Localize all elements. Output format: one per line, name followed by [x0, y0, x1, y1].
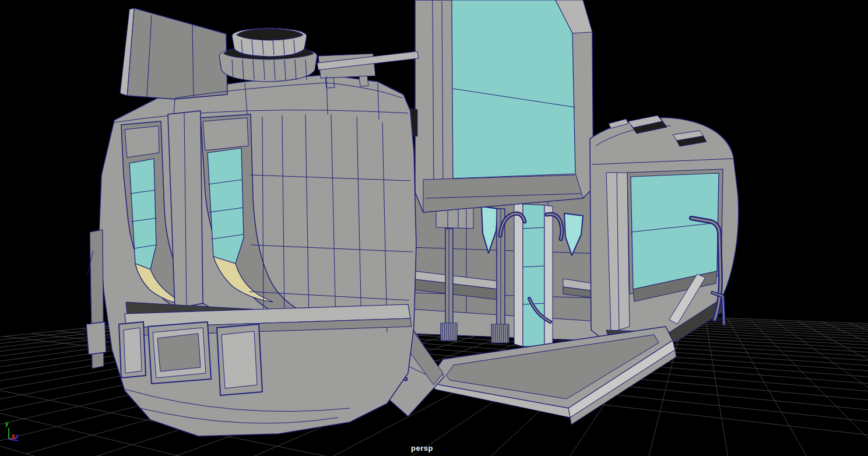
glass-column-frame-right [544, 205, 553, 346]
bumper-pod-face [157, 334, 201, 371]
bumper-pod-inner [222, 331, 257, 388]
window2-top-frame [203, 118, 248, 150]
z-axis-label: z [16, 433, 19, 440]
glass-column-frame-left [514, 203, 523, 346]
grid-line [823, 322, 868, 456]
right-cabin-window [631, 173, 719, 289]
model-scifi-dropship-wireframe[interactable] [86, 0, 739, 436]
y-axis-label: y [5, 420, 9, 427]
post-base [491, 324, 509, 343]
x-axis-label: x [12, 433, 15, 439]
glass-column [523, 204, 544, 346]
grid-line [773, 320, 868, 456]
scene-canvas[interactable] [0, 0, 868, 456]
camera-label: persp [411, 444, 446, 453]
door-glass [452, 0, 575, 178]
side-nub [86, 322, 106, 355]
roof-box-leg [359, 76, 368, 86]
window2-glass [208, 148, 244, 264]
window1-top-frame [125, 126, 159, 157]
view-axis-gizmo: y x z [0, 419, 41, 455]
top-fin [127, 8, 227, 99]
bumper-pod-inner [124, 328, 142, 373]
grid-line [848, 323, 868, 456]
maya-perspective-viewport[interactable]: persp y x z [0, 0, 868, 456]
